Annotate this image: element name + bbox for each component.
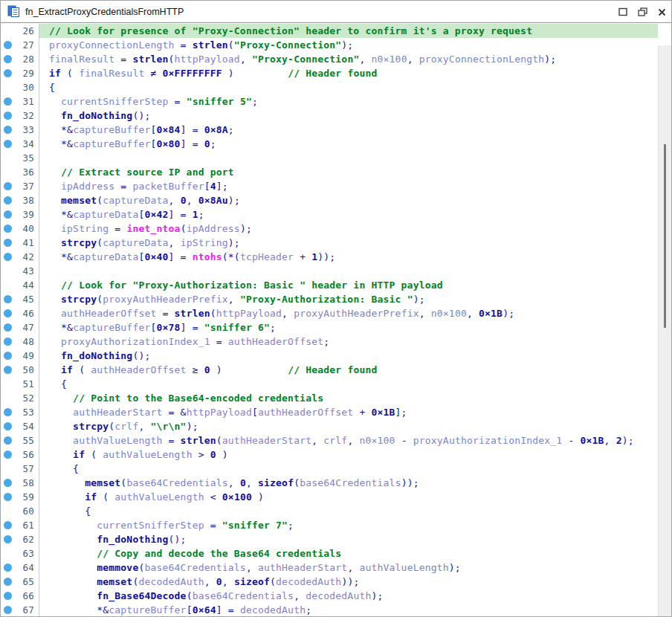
- gutter-cell[interactable]: 34: [1, 137, 39, 151]
- gutter-cell[interactable]: 45: [1, 292, 39, 306]
- code-line[interactable]: 46 authHeaderOffset = strlen(httpPayload…: [1, 306, 658, 320]
- breakpoint-dot[interactable]: [4, 408, 12, 416]
- code-line[interactable]: 34 *&captureBuffer[0×80] = 0;: [1, 137, 658, 151]
- breakpoint-dot[interactable]: [4, 366, 12, 374]
- breakpoint-dot[interactable]: [4, 69, 12, 77]
- code-line[interactable]: 54 strcpy(crlf, "\r\n");: [1, 419, 658, 433]
- code-line[interactable]: 56 if ( authValueLength > 0 ): [1, 448, 658, 462]
- code-line[interactable]: 39 *&captureData[0×42] = 1;: [1, 207, 658, 222]
- code-line[interactable]: 62 fn_doNothing();: [1, 532, 658, 546]
- code-line[interactable]: 29if ( finalResult ≠ 0×FFFFFFFF ) // Hea…: [1, 66, 658, 80]
- gutter-cell[interactable]: 47: [1, 320, 39, 335]
- breakpoint-dot[interactable]: [4, 606, 12, 614]
- breakpoint-dot[interactable]: [4, 239, 12, 247]
- breakpoint-dot[interactable]: [4, 112, 12, 120]
- gutter-cell[interactable]: 54: [1, 419, 39, 433]
- gutter-cell[interactable]: 40: [1, 222, 39, 236]
- code-line[interactable]: 41 strcpy(captureData, ipString);: [1, 236, 658, 250]
- gutter-cell[interactable]: 27: [1, 38, 39, 52]
- code-line[interactable]: 45 strcpy(proxyAuthHeaderPrefix, "Proxy-…: [1, 292, 658, 306]
- gutter-cell[interactable]: 26: [1, 24, 39, 38]
- breakpoint-dot[interactable]: [4, 592, 12, 600]
- gutter-cell[interactable]: 66: [1, 589, 39, 603]
- code-line[interactable]: 61 currentSnifferStep = "sniffer 7";: [1, 518, 658, 532]
- gutter-cell[interactable]: 44: [1, 278, 39, 292]
- breakpoint-dot[interactable]: [4, 493, 12, 501]
- gutter-cell[interactable]: 32: [1, 109, 39, 123]
- gutter-cell[interactable]: 52: [1, 391, 39, 405]
- breakpoint-dot[interactable]: [4, 578, 12, 586]
- code-line[interactable]: 42 *&captureData[0×40] = ntohs(*(tcpHead…: [1, 250, 658, 264]
- gutter-cell[interactable]: 49: [1, 349, 39, 363]
- gutter-cell[interactable]: 57: [1, 462, 39, 476]
- code-line[interactable]: 33 *&captureBuffer[0×84] = 0×8A;: [1, 123, 658, 137]
- code-line[interactable]: 36 // Extract source IP and port: [1, 165, 658, 179]
- code-line[interactable]: 51 {: [1, 377, 658, 391]
- code-line[interactable]: 65 memset(decodedAuth, 0, sizeof(decoded…: [1, 575, 658, 589]
- code-line[interactable]: 53 authHeaderStart = &httpPayload[authHe…: [1, 405, 658, 419]
- gutter-cell[interactable]: 31: [1, 94, 39, 109]
- code-line[interactable]: 58 memset(base64Credentials, 0, sizeof(b…: [1, 476, 658, 490]
- gutter-cell[interactable]: 36: [1, 165, 39, 179]
- code-line[interactable]: 50 if ( authHeaderOffset ≥ 0 ) // Header…: [1, 363, 658, 377]
- breakpoint-dot[interactable]: [4, 224, 12, 233]
- breakpoint-dot[interactable]: [4, 126, 12, 134]
- code-line[interactable]: 32 fn_doNothing();: [1, 109, 658, 123]
- gutter-cell[interactable]: 33: [1, 123, 39, 137]
- gutter-cell[interactable]: 39: [1, 207, 39, 222]
- code-line[interactable]: 48 proxyAuthorizationIndex_1 = authHeade…: [1, 335, 658, 349]
- breakpoint-dot[interactable]: [4, 521, 12, 529]
- breakpoint-dot[interactable]: [4, 182, 12, 190]
- gutter-cell[interactable]: 35: [1, 151, 39, 165]
- gutter-cell[interactable]: 48: [1, 335, 39, 349]
- breakpoint-dot[interactable]: [4, 563, 12, 572]
- code-line[interactable]: 38 memset(captureData, 0, 0×8Au);: [1, 193, 658, 207]
- breakpoint-dot[interactable]: [4, 97, 12, 106]
- code-line[interactable]: 67 *&captureBuffer[0×64] = decodedAuth;: [1, 603, 658, 616]
- breakpoint-dot[interactable]: [4, 323, 12, 332]
- code-line[interactable]: 44 // Look for "Proxy-Authorization: Bas…: [1, 278, 658, 292]
- gutter-cell[interactable]: 30: [1, 80, 39, 94]
- breakpoint-dot[interactable]: [4, 55, 12, 63]
- breakpoint-dot[interactable]: [4, 352, 12, 360]
- close-button[interactable]: [652, 2, 671, 22]
- maximize-button[interactable]: [613, 2, 633, 22]
- gutter-cell[interactable]: 61: [1, 518, 39, 532]
- breakpoint-dot[interactable]: [4, 253, 12, 261]
- gutter-cell[interactable]: 43: [1, 264, 39, 278]
- code-line[interactable]: 40 ipString = inet_ntoa(ipAddress);: [1, 222, 658, 236]
- code-line[interactable]: 26// Look for presence of "Proxy-Connect…: [1, 24, 658, 38]
- gutter-cell[interactable]: 41: [1, 236, 39, 250]
- scrollbar[interactable]: [658, 45, 671, 616]
- breakpoint-dot[interactable]: [4, 295, 12, 303]
- breakpoint-dot[interactable]: [4, 337, 12, 346]
- breakpoint-dot[interactable]: [4, 140, 12, 148]
- breakpoint-dot[interactable]: [4, 479, 12, 487]
- code-line[interactable]: 43: [1, 264, 658, 278]
- gutter-cell[interactable]: 60: [1, 504, 39, 518]
- gutter-cell[interactable]: 28: [1, 52, 39, 66]
- restore-button[interactable]: [633, 2, 652, 22]
- gutter-cell[interactable]: 38: [1, 193, 39, 207]
- code-line[interactable]: 37 ipAddress = packetBuffer[4];: [1, 179, 658, 193]
- breakpoint-dot[interactable]: [4, 450, 12, 459]
- code-line[interactable]: 55 authValueLength = strlen(authHeaderSt…: [1, 433, 658, 448]
- code-line[interactable]: 47 *&captureBuffer[0×78] = "sniffer 6";: [1, 320, 658, 335]
- gutter-cell[interactable]: 59: [1, 490, 39, 504]
- gutter-cell[interactable]: 29: [1, 66, 39, 80]
- scrollbar-thumb[interactable]: [664, 144, 666, 328]
- code-line[interactable]: 28finalResult = strlen(httpPayload, "Pro…: [1, 52, 658, 66]
- code-line[interactable]: 59 if ( authValueLength < 0×100 ): [1, 490, 658, 504]
- breakpoint-dot[interactable]: [4, 210, 12, 219]
- gutter-cell[interactable]: 64: [1, 561, 39, 575]
- gutter-cell[interactable]: 51: [1, 377, 39, 391]
- code-line[interactable]: 66 fn_Base64Decode(base64Credentials, de…: [1, 589, 658, 603]
- gutter-cell[interactable]: 65: [1, 575, 39, 589]
- code-line[interactable]: 60 {: [1, 504, 658, 518]
- breakpoint-dot[interactable]: [4, 422, 12, 430]
- code-line[interactable]: 35: [1, 151, 658, 165]
- code-editor[interactable]: 26// Look for presence of "Proxy-Connect…: [1, 23, 671, 616]
- gutter-cell[interactable]: 58: [1, 476, 39, 490]
- gutter-cell[interactable]: 56: [1, 448, 39, 462]
- gutter-cell[interactable]: 42: [1, 250, 39, 264]
